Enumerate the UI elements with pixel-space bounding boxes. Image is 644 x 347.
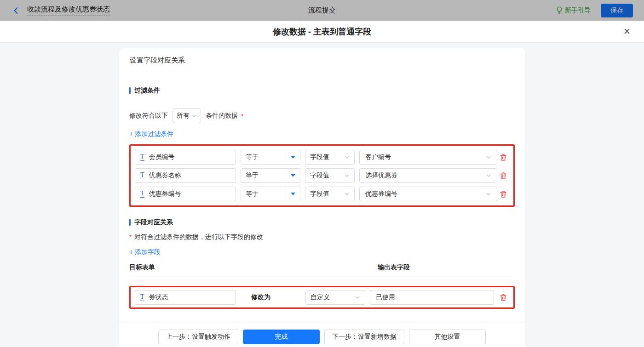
delete-condition-button[interactable] [499, 171, 508, 181]
trash-icon [500, 172, 507, 180]
compare-field-value: 选择优惠券 [365, 171, 397, 180]
top-bar: 收款流程及修改优惠券状态 流程提交 新手引导 保存 [0, 0, 644, 21]
match-mode-value: 所有 [177, 112, 190, 120]
value-type-value: 字段值 [310, 190, 329, 198]
trash-icon [500, 294, 507, 301]
filter-section-label: 过滤条件 [134, 86, 160, 95]
filter-field-value: 会员编号 [149, 153, 175, 161]
operator-select[interactable]: 等于 [241, 150, 300, 165]
custom-value-input[interactable]: 已使用 [370, 290, 494, 305]
text-field-icon: T [140, 154, 144, 161]
next-step-button[interactable]: 下一步：设置新增数据 [324, 330, 404, 344]
required-mark: * [241, 113, 243, 119]
delete-condition-button[interactable] [499, 189, 508, 199]
value-type-value: 字段值 [310, 171, 329, 180]
chevron-down-icon [486, 154, 491, 160]
chevron-down-icon [344, 191, 350, 197]
filter-field-value: 优惠券编号 [149, 190, 181, 198]
modal-header: 修改数据 - 主表到普通字段 ✕ [0, 21, 644, 43]
operator-value: 等于 [241, 150, 286, 164]
mapping-section-title: 字段对应关系 [129, 207, 515, 227]
modify-mode-select[interactable]: 自定义 [305, 290, 365, 305]
value-type-select[interactable]: 字段值 [305, 168, 355, 183]
target-form-column-header: 目标表单 [129, 263, 378, 272]
chevron-down-icon [344, 173, 350, 178]
card-content: 过滤条件 修改符合以下 所有 条件的数据 * + 添加过滤条件 T 会员编号 [119, 72, 525, 309]
output-field-column-header: 输出表字段 [378, 263, 410, 272]
mapping-hint-text: 对符合过滤条件的数据，进行以下字段的修改 [134, 233, 263, 240]
filter-field-value: 优惠券名称 [149, 171, 181, 180]
modify-to-label: 修改为 [251, 293, 270, 301]
match-prefix-label: 修改符合以下 [129, 112, 168, 120]
mapping-row: T 券状态 修改为 自定义 已使用 [135, 290, 509, 305]
triangle-down-icon [291, 193, 295, 195]
chevron-down-icon [486, 191, 491, 197]
operator-dropdown-toggle[interactable] [286, 150, 300, 164]
field-mapping-card: 设置字段对应关系 过滤条件 修改符合以下 所有 条件的数据 * + 添加过滤条件 [119, 48, 525, 347]
filter-condition-row: T 会员编号 等于 字段值 客户编号 [135, 150, 509, 165]
trash-icon [500, 154, 507, 161]
prev-step-button[interactable]: 上一步：设置触发动作 [158, 330, 238, 344]
section-bar-icon [129, 87, 131, 94]
add-filter-condition-link[interactable]: + 添加过滤条件 [129, 129, 173, 139]
card-title: 设置字段对应关系 [119, 48, 525, 72]
text-field-icon: T [140, 172, 144, 179]
compare-field-select[interactable]: 客户编号 [359, 150, 497, 165]
compare-field-value: 客户编号 [365, 153, 391, 161]
delete-mapping-button[interactable] [499, 293, 508, 302]
delete-condition-button[interactable] [499, 153, 508, 162]
compare-field-value: 优惠券编号 [365, 190, 397, 198]
section-bar-icon [129, 219, 131, 226]
other-settings-button[interactable]: 其他设置 [409, 330, 486, 344]
chevron-down-icon [355, 295, 360, 300]
chevron-down-icon [344, 154, 350, 160]
add-field-link[interactable]: + 添加字段 [129, 247, 161, 257]
value-type-select[interactable]: 字段值 [305, 187, 355, 201]
text-field-icon: T [140, 190, 144, 198]
triangle-down-icon [291, 156, 295, 159]
modify-mode-value: 自定义 [310, 293, 330, 301]
done-button[interactable]: 完成 [243, 330, 320, 344]
modal-title: 修改数据 - 主表到普通字段 [273, 26, 371, 37]
mapping-hint: *对符合过滤条件的数据，进行以下字段的修改 [129, 233, 515, 241]
edit-data-modal: 修改数据 - 主表到普通字段 ✕ 设置字段对应关系 过滤条件 修改符合以下 所有… [0, 21, 644, 347]
match-suffix-label: 条件的数据 [206, 112, 238, 120]
target-field-value: 券状态 [149, 293, 168, 301]
operator-value: 等于 [241, 187, 286, 201]
chevron-down-icon [191, 113, 197, 119]
mapping-table-header: 目标表单 输出表字段 [129, 263, 515, 276]
filter-condition-row: T 优惠券名称 等于 字段值 选择优惠券 [135, 168, 509, 183]
modal-backdrop [0, 0, 644, 21]
filter-field-input[interactable]: T 会员编号 [135, 150, 236, 165]
compare-field-select[interactable]: 优惠券编号 [359, 187, 497, 201]
mapping-section-label: 字段对应关系 [134, 218, 173, 227]
triangle-down-icon [291, 174, 295, 177]
trash-icon [500, 190, 507, 198]
operator-select[interactable]: 等于 [241, 168, 300, 183]
card-footer: 上一步：设置触发动作 完成 下一步：设置新增数据 其他设置 [119, 323, 525, 347]
custom-value-text: 已使用 [376, 293, 395, 301]
operator-dropdown-toggle[interactable] [286, 187, 300, 201]
filter-conditions-highlight-box: T 会员编号 等于 字段值 客户编号 [129, 144, 515, 207]
operator-select[interactable]: 等于 [241, 187, 300, 201]
value-type-value: 字段值 [310, 153, 329, 161]
filter-field-input[interactable]: T 优惠券编号 [135, 187, 236, 201]
compare-field-select[interactable]: 选择优惠券 [359, 168, 497, 183]
filter-condition-row: T 优惠券编号 等于 字段值 优惠券编号 [135, 187, 509, 201]
match-condition-line: 修改符合以下 所有 条件的数据 * [129, 108, 515, 123]
close-icon: ✕ [623, 27, 631, 36]
value-type-select[interactable]: 字段值 [305, 150, 355, 165]
close-button[interactable]: ✕ [621, 25, 632, 38]
match-mode-select[interactable]: 所有 [172, 108, 201, 123]
mapping-row-highlight-box: T 券状态 修改为 自定义 已使用 [129, 286, 515, 309]
filter-section-title: 过滤条件 [129, 72, 515, 95]
target-field-input[interactable]: T 券状态 [135, 290, 236, 305]
chevron-down-icon [486, 173, 491, 178]
required-mark: * [129, 233, 132, 240]
operator-value: 等于 [241, 169, 286, 182]
text-field-icon: T [140, 294, 144, 301]
operator-dropdown-toggle[interactable] [286, 169, 300, 182]
filter-field-input[interactable]: T 优惠券名称 [135, 168, 236, 183]
